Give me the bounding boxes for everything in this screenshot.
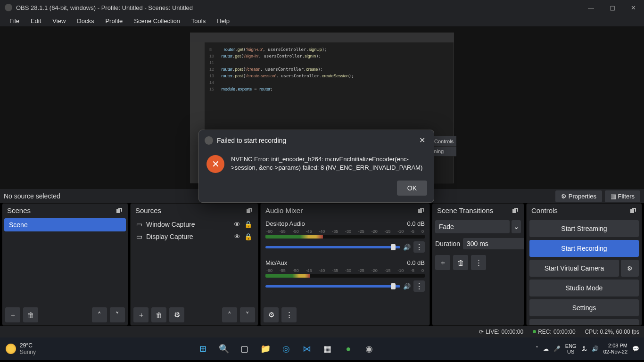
volume-tray-icon[interactable]: 🔊 (592, 346, 599, 352)
source-row[interactable]: ▭ Display Capture 👁 🔒 (132, 230, 256, 243)
edge-icon[interactable]: ◎ (277, 339, 296, 358)
audio-mixer-dock: Audio Mixer Desktop Audio0.0 dB -60-55-5… (260, 203, 430, 326)
source-label: Display Capture (146, 233, 193, 240)
lock-toggle[interactable]: 🔒 (244, 233, 252, 240)
obs-logo-icon (205, 136, 213, 145)
sources-title: Sources (135, 206, 161, 214)
language-indicator[interactable]: ENGUS (565, 343, 577, 354)
transition-remove-button[interactable]: 🗑 (453, 255, 468, 270)
menu-docks[interactable]: Docks (71, 16, 99, 25)
popout-icon[interactable] (116, 207, 123, 214)
windows-taskbar: 29°CSunny ⊞ 🔍 ▢ 📁 ◎ ⋈ ▦ ● ◉ ˄ ☁ 🎤 ENGUS … (0, 337, 644, 360)
onedrive-icon[interactable]: ☁ (543, 346, 549, 352)
lock-toggle[interactable]: 🔒 (244, 221, 252, 228)
channel-name: Desktop Audio (265, 220, 305, 227)
clock[interactable]: 2:08 PM02-Nov-22 (603, 343, 627, 355)
start-recording-button[interactable]: Start Recording (529, 240, 639, 257)
start-button[interactable]: ⊞ (194, 339, 213, 358)
channel-menu-button[interactable]: ⋮ (413, 241, 425, 253)
scenes-title: Scenes (7, 206, 31, 214)
tray-chevron-icon[interactable]: ˄ (536, 346, 538, 352)
visibility-toggle[interactable]: 👁 (234, 221, 240, 228)
source-label: Window Capture (146, 221, 195, 228)
dialog-close-button[interactable]: ✕ (416, 134, 428, 147)
network-tray-icon[interactable]: 🖧 (581, 346, 587, 352)
visibility-toggle[interactable]: 👁 (234, 233, 240, 240)
popout-icon[interactable] (629, 207, 637, 214)
transition-dropdown-button[interactable]: ⌄ (512, 220, 521, 233)
weather-widget[interactable]: 29°CSunny (0, 342, 41, 355)
source-add-button[interactable]: ＋ (133, 307, 149, 322)
window-minimize-button[interactable]: — (580, 0, 602, 15)
popout-icon[interactable] (246, 207, 253, 214)
audio-meter (265, 274, 425, 278)
channel-menu-button[interactable]: ⋮ (413, 280, 425, 292)
obs-taskbar-icon[interactable]: ◉ (360, 339, 379, 358)
notifications-icon[interactable]: 💬 (632, 346, 639, 352)
mute-button[interactable]: 🔊 (403, 283, 411, 290)
mute-button[interactable]: 🔊 (403, 244, 411, 251)
live-time: 00:00:00 (501, 329, 523, 335)
mongodb-icon[interactable]: ● (339, 339, 358, 358)
dialog-title: Failed to start recording (217, 137, 286, 144)
cpu-status: CPU: 0.2%, 60.00 fps (585, 329, 639, 335)
file-explorer-icon[interactable]: 📁 (256, 339, 275, 358)
sources-dock: Sources ▭ Window Capture 👁 🔒 ▭ Display C… (130, 203, 258, 326)
source-remove-button[interactable]: 🗑 (151, 307, 166, 322)
source-row[interactable]: ▭ Window Capture 👁 🔒 (132, 218, 256, 230)
properties-button[interactable]: ⚙ Properties (555, 190, 602, 202)
menu-profile[interactable]: Profile (99, 16, 128, 25)
scene-item[interactable]: Scene (4, 218, 126, 231)
dialog-message: NVENC Error: init_encoder_h264: nv.nvEnc… (231, 155, 426, 173)
mixer-menu-button[interactable]: ⋮ (281, 307, 297, 322)
dialog-ok-button[interactable]: OK (397, 181, 427, 196)
settings-button[interactable]: Settings (529, 299, 639, 316)
duration-label: Duration (435, 240, 460, 247)
menu-tools[interactable]: Tools (186, 16, 211, 25)
taskbar-search-icon[interactable]: 🔍 (215, 339, 233, 358)
mixer-settings-button[interactable]: ⚙ (264, 307, 279, 322)
studio-mode-button[interactable]: Studio Mode (529, 280, 639, 296)
popout-icon[interactable] (417, 207, 425, 214)
audio-channel: Mic/Aux0.0 dB -60-55-50-45-40-35-30-25-2… (263, 257, 428, 296)
virtual-camera-settings-button[interactable]: ⚙ (621, 260, 639, 277)
vscode-icon[interactable]: ⋈ (297, 339, 316, 358)
controls-dock: Controls Start Streaming Start Recording… (526, 203, 642, 326)
transition-add-button[interactable]: ＋ (435, 255, 450, 270)
source-down-button[interactable]: ˅ (240, 307, 255, 322)
menu-edit[interactable]: Edit (25, 16, 47, 25)
start-virtual-camera-button[interactable]: Start Virtual Camera (529, 260, 619, 277)
microphone-icon[interactable]: 🎤 (553, 346, 561, 352)
source-up-button[interactable]: ˄ (222, 307, 237, 322)
menu-file[interactable]: File (4, 16, 25, 25)
transitions-title: Scene Transitions (437, 206, 493, 214)
rec-time: 00:00:00 (553, 329, 576, 335)
scene-up-button[interactable]: ˄ (92, 307, 107, 322)
volume-slider[interactable] (265, 246, 400, 248)
channel-db: 0.0 dB (407, 220, 425, 227)
task-view-icon[interactable]: ▢ (235, 339, 254, 358)
menu-help[interactable]: Help (211, 16, 235, 25)
exit-button[interactable]: Exit (529, 319, 639, 325)
window-titlebar: OBS 28.1.1 (64-bit, windows) - Profile: … (0, 0, 644, 15)
popout-icon[interactable] (512, 207, 519, 214)
duration-input[interactable] (463, 238, 524, 249)
transition-select[interactable]: Fade (435, 220, 510, 233)
status-bar: ⟳ LIVE: 00:00:00 REC: 00:00:00 CPU: 0.2%… (0, 326, 644, 337)
scene-down-button[interactable]: ˅ (110, 307, 125, 322)
transition-menu-button[interactable]: ⋮ (471, 255, 486, 270)
scene-add-button[interactable]: ＋ (5, 307, 20, 322)
volume-slider[interactable] (265, 285, 400, 288)
window-close-button[interactable]: ✕ (623, 0, 644, 15)
source-properties-button[interactable]: ⚙ (169, 307, 184, 322)
window-title: OBS 28.1.1 (64-bit, windows) - Profile: … (16, 4, 193, 11)
filters-button[interactable]: ▥ Filters (605, 190, 640, 202)
scene-remove-button[interactable]: 🗑 (23, 307, 38, 322)
menu-scene-collection[interactable]: Scene Collection (128, 16, 186, 25)
selection-status: No source selected (4, 192, 60, 200)
start-streaming-button[interactable]: Start Streaming (529, 220, 639, 237)
window-maximize-button[interactable]: ▢ (602, 0, 623, 15)
menu-view[interactable]: View (47, 16, 71, 25)
scenes-dock: Scenes Scene ＋ 🗑 ˄ ˅ (2, 203, 128, 326)
app-icon[interactable]: ▦ (318, 339, 337, 358)
